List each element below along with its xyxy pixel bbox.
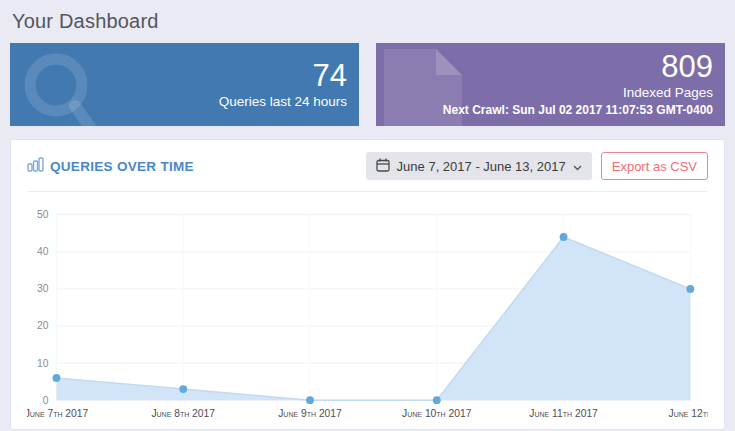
panel-title: QUERIES OVER TIME	[50, 159, 194, 174]
svg-text:June 9th 2017: June 9th 2017	[278, 408, 342, 419]
queries-over-time-panel: QUERIES OVER TIME June 7, 2017 - June 13…	[10, 139, 725, 430]
next-crawl-text: Next Crawl: Sun Jul 02 2017 11:07:53 GMT…	[443, 102, 713, 119]
svg-text:June 7th 2017: June 7th 2017	[27, 408, 89, 419]
svg-text:0: 0	[43, 395, 49, 406]
panel-header: QUERIES OVER TIME June 7, 2017 - June 13…	[11, 140, 724, 191]
queries-stat-card: 74 Queries last 24 hours	[10, 43, 359, 126]
chart-area: 01020304050June 7th 2017June 8th 2017Jun…	[11, 192, 724, 423]
svg-text:June 8th 2017: June 8th 2017	[151, 408, 215, 419]
indexed-pages-count: 809	[661, 50, 713, 84]
queries-over-time-chart: 01020304050June 7th 2017June 8th 2017Jun…	[27, 201, 708, 423]
svg-text:June 11th 2017: June 11th 2017	[529, 408, 598, 419]
svg-text:June 12th: June 12th	[669, 408, 708, 419]
bar-chart-icon	[27, 157, 44, 176]
svg-text:40: 40	[37, 246, 49, 257]
queries-count: 74	[313, 59, 347, 93]
queries-label: Queries last 24 hours	[219, 93, 347, 110]
date-range-picker[interactable]: June 7, 2017 - June 13, 2017	[366, 152, 592, 180]
calendar-icon	[376, 158, 390, 175]
page-title: Your Dashboard	[12, 10, 725, 33]
svg-text:20: 20	[37, 320, 49, 331]
indexed-pages-label: Indexed Pages	[623, 84, 713, 101]
svg-text:10: 10	[37, 358, 49, 369]
svg-text:30: 30	[37, 283, 49, 294]
indexed-pages-stat-card: 809 Indexed Pages Next Crawl: Sun Jul 02…	[376, 43, 725, 126]
chevron-down-icon	[573, 159, 582, 174]
export-csv-button[interactable]: Export as CSV	[601, 152, 708, 180]
svg-text:50: 50	[37, 209, 49, 220]
date-range-value: June 7, 2017 - June 13, 2017	[397, 159, 566, 174]
stat-cards-row: 74 Queries last 24 hours 809 Indexed Pag…	[10, 43, 725, 126]
svg-text:June 10th 2017: June 10th 2017	[402, 408, 472, 419]
